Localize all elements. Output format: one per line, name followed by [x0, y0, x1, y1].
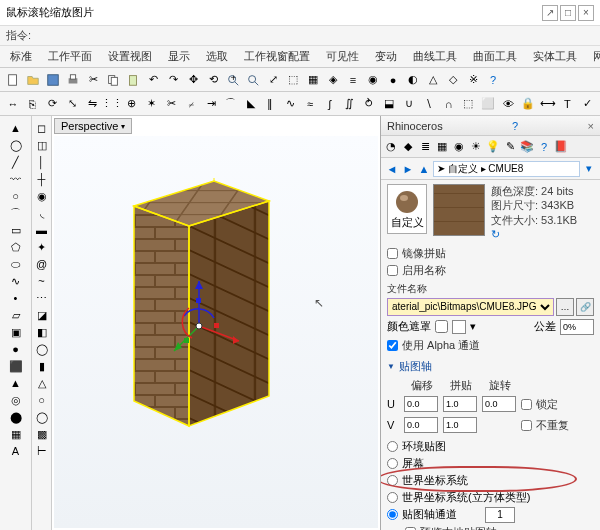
chk-alpha[interactable]	[387, 340, 398, 351]
close-button[interactable]: ×	[578, 5, 594, 21]
offset-icon[interactable]: ‖	[262, 95, 280, 113]
text2-icon[interactable]: A	[8, 443, 24, 459]
ring-icon[interactable]: ○	[34, 392, 50, 408]
tube-icon[interactable]: ▮	[34, 358, 50, 374]
pipe-icon[interactable]: ⬤	[8, 409, 24, 425]
rect-icon[interactable]: ▭	[8, 222, 24, 238]
render-icon[interactable]: ●	[384, 71, 402, 89]
analyze-icon[interactable]: ✓	[578, 95, 596, 113]
scale-icon[interactable]: ⤡	[63, 95, 81, 113]
radio-channel[interactable]	[387, 509, 398, 520]
box2-icon[interactable]: ◧	[34, 324, 50, 340]
pyr-icon[interactable]: △	[34, 375, 50, 391]
sweep2-icon[interactable]: ∬	[341, 95, 359, 113]
menu-setview[interactable]: 设置视图	[102, 47, 158, 66]
text-icon[interactable]: T	[559, 95, 577, 113]
spiral-icon[interactable]: @	[34, 256, 50, 272]
zoom-selected-icon[interactable]: ⬚	[284, 71, 302, 89]
tline-icon[interactable]: ┼	[34, 171, 50, 187]
pipe2-icon[interactable]: ◯	[34, 409, 50, 425]
u-offset[interactable]: 0.0	[404, 396, 438, 412]
tol-value[interactable]: 0%	[560, 319, 594, 335]
texture-preview[interactable]	[433, 184, 485, 236]
model-box[interactable]	[114, 166, 284, 446]
dim2-icon[interactable]: ⊢	[34, 443, 50, 459]
extend-icon[interactable]: ⇥	[202, 95, 220, 113]
radio-wcs[interactable]	[387, 475, 398, 486]
sel-win-icon[interactable]: ◻	[34, 120, 50, 136]
chk-mask[interactable]	[435, 320, 448, 333]
panel-help-icon[interactable]: ?	[512, 120, 518, 132]
polygon-icon[interactable]: ⬠	[8, 239, 24, 255]
properties-icon[interactable]: ◉	[364, 71, 382, 89]
nav-back-icon[interactable]: ◄	[385, 162, 399, 176]
nav-breadcrumb[interactable]: ➤ 自定义 ▸ CMUE8	[433, 161, 580, 177]
menu-viewport[interactable]: 工作视窗配置	[238, 47, 316, 66]
new-icon[interactable]	[4, 71, 22, 89]
help-icon[interactable]: ?	[484, 71, 502, 89]
redo-icon[interactable]: ↷	[164, 71, 182, 89]
material-thumb[interactable]: 自定义	[387, 184, 427, 234]
popout-button[interactable]: ↗	[542, 5, 558, 21]
pts-icon[interactable]: ⋯	[34, 290, 50, 306]
link-button[interactable]: 🔗	[576, 298, 594, 316]
mirror-icon[interactable]: ⇋	[83, 95, 101, 113]
open-icon[interactable]	[24, 71, 42, 89]
trim-icon[interactable]: ✂	[163, 95, 181, 113]
section-mapping[interactable]: ▼贴图轴	[387, 359, 594, 374]
array-icon[interactable]: ⋮⋮	[103, 95, 121, 113]
chk-lock[interactable]	[521, 399, 532, 410]
mask-color-swatch[interactable]	[452, 320, 466, 334]
sweep1-icon[interactable]: ∫	[321, 95, 339, 113]
menu-visibility[interactable]: 可见性	[320, 47, 365, 66]
wireframe-icon[interactable]: △	[424, 71, 442, 89]
radio-screen[interactable]	[387, 458, 398, 469]
tab-material-icon[interactable]: ◆	[400, 139, 416, 155]
command-row[interactable]: 指令:	[0, 26, 600, 46]
menu-select[interactable]: 选取	[200, 47, 234, 66]
boolean-u-icon[interactable]: ∪	[400, 95, 418, 113]
channel-value[interactable]: 1	[485, 507, 515, 523]
polyline-icon[interactable]: 〰	[8, 171, 24, 187]
rotate2-icon[interactable]: ⟳	[44, 95, 62, 113]
pan-icon[interactable]: ✥	[184, 71, 202, 89]
dim-icon[interactable]: ⟷	[539, 95, 557, 113]
menu-solid[interactable]: 实体工具	[527, 47, 583, 66]
sphere-icon[interactable]: ●	[8, 341, 24, 357]
lock-icon[interactable]: 🔒	[519, 95, 537, 113]
meshbox-icon[interactable]: ▩	[34, 426, 50, 442]
pointer-icon[interactable]: ▲	[8, 120, 24, 136]
menu-standard[interactable]: 标准	[4, 47, 38, 66]
chk-usename[interactable]	[387, 265, 398, 276]
loft-icon[interactable]: ≈	[301, 95, 319, 113]
radio-wcs-box[interactable]	[387, 492, 398, 503]
join-icon[interactable]: ⊕	[123, 95, 141, 113]
tab-lib-icon[interactable]: 📚	[519, 139, 535, 155]
tab-sun-icon[interactable]: ☀	[468, 139, 484, 155]
chamfer-icon[interactable]: ◣	[242, 95, 260, 113]
curve-icon[interactable]: ∿	[8, 273, 24, 289]
u-tile[interactable]: 1.0	[443, 396, 477, 412]
chk-diff[interactable]	[521, 420, 532, 431]
cut-icon[interactable]: ✂	[84, 71, 102, 89]
zoom-extents-icon[interactable]: ⤢	[264, 71, 282, 89]
view-top-icon[interactable]: ▦	[304, 71, 322, 89]
shade-icon[interactable]: ◐	[404, 71, 422, 89]
explode-icon[interactable]: ✶	[143, 95, 161, 113]
split-icon[interactable]: ⌿	[182, 95, 200, 113]
reload-icon[interactable]: ↻	[491, 228, 500, 240]
zoom-out-icon[interactable]	[244, 71, 262, 89]
rotate-icon[interactable]: ⟲	[204, 71, 222, 89]
paste-icon[interactable]	[124, 71, 142, 89]
tab-props-icon[interactable]: ◔	[383, 139, 399, 155]
tab-notes-icon[interactable]: ✎	[502, 139, 518, 155]
arc-icon[interactable]: ⌒	[8, 205, 24, 221]
rect2-icon[interactable]: ▬	[34, 222, 50, 238]
u-rot[interactable]: 0.0	[482, 396, 516, 412]
ellipsoid2-icon[interactable]: ◯	[34, 341, 50, 357]
line-icon[interactable]: ╱	[8, 154, 24, 170]
revolve-icon[interactable]: ⥁	[361, 95, 379, 113]
undo-icon[interactable]: ↶	[144, 71, 162, 89]
tab-camera-icon[interactable]: ◉	[451, 139, 467, 155]
panel-close-icon[interactable]: ×	[588, 120, 594, 132]
